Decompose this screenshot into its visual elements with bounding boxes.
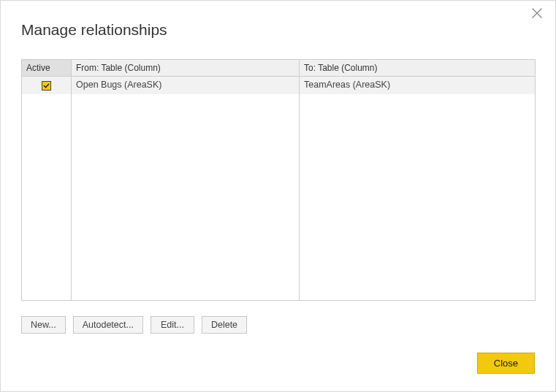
new-button[interactable]: New... xyxy=(21,316,66,334)
dialog-title: Manage relationships xyxy=(21,21,555,39)
active-checkbox[interactable] xyxy=(42,81,51,91)
close-icon[interactable] xyxy=(532,8,545,21)
column-header-to[interactable]: To: Table (Column) xyxy=(300,60,535,76)
edit-button[interactable]: Edit... xyxy=(151,316,194,334)
autodetect-button[interactable]: Autodetect... xyxy=(73,316,143,334)
close-button[interactable]: Close xyxy=(477,353,535,374)
table-row[interactable]: Open Bugs (AreaSK) TeamAreas (AreaSK) xyxy=(22,77,535,94)
to-cell: TeamAreas (AreaSK) xyxy=(300,77,535,94)
table-header-row: Active From: Table (Column) To: Table (C… xyxy=(22,60,535,77)
table-empty-area xyxy=(22,94,535,300)
column-header-active[interactable]: Active xyxy=(22,60,72,76)
from-cell: Open Bugs (AreaSK) xyxy=(72,77,300,94)
column-header-from[interactable]: From: Table (Column) xyxy=(72,60,300,76)
manage-relationships-dialog: Manage relationships Active From: Table … xyxy=(0,0,556,392)
relationships-table: Active From: Table (Column) To: Table (C… xyxy=(21,59,536,301)
active-cell xyxy=(22,77,72,94)
action-button-row: New... Autodetect... Edit... Delete xyxy=(21,316,247,334)
delete-button[interactable]: Delete xyxy=(202,316,247,334)
